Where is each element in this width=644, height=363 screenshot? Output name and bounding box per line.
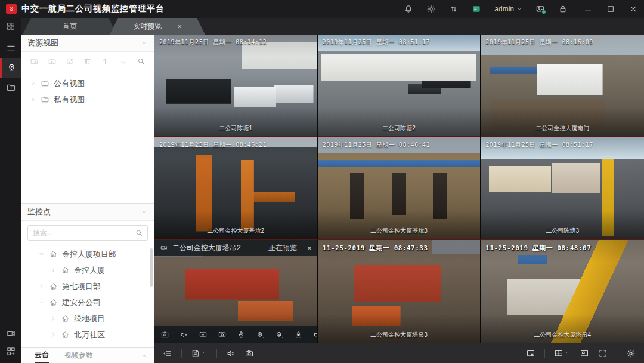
- chevron-right-icon[interactable]: [50, 267, 57, 273]
- bottom-toolbar-right: [526, 349, 636, 358]
- video-cell-8[interactable]: 11-25-2019 星期一 08:47:33 二公司金控大厦塔吊3: [318, 240, 481, 343]
- chevron-down-icon[interactable]: [38, 299, 45, 306]
- alarm-bell-icon[interactable]: [404, 4, 413, 14]
- add-layout-grid-icon[interactable]: [0, 343, 21, 363]
- tab-bar: 首页 实时预览 ×: [0, 18, 644, 35]
- home-icon: [61, 314, 70, 323]
- settings-gear-icon[interactable]: [626, 349, 636, 358]
- video-cell-3[interactable]: 2019年11月25日 星期一 08:16:09 二公司金控大厦南门: [481, 35, 644, 137]
- add-folder-icon[interactable]: [30, 57, 39, 66]
- tree-scrollbar[interactable]: [150, 248, 153, 287]
- camera-icon: [160, 244, 168, 252]
- save-icon: [191, 349, 200, 358]
- mute-all-icon[interactable]: [226, 349, 236, 358]
- chevron-right-icon[interactable]: [38, 283, 45, 290]
- delete-trash-icon[interactable]: [83, 57, 92, 66]
- ptz-setting-icon[interactable]: [313, 330, 318, 339]
- snapshot-camera-icon[interactable]: [160, 330, 169, 339]
- video-frame: [481, 240, 644, 343]
- resource-view-header[interactable]: 资源视图: [21, 35, 154, 52]
- minimize-window-icon[interactable]: [583, 4, 593, 14]
- tree-item-jinkong-project[interactable]: 金控大厦项目部: [21, 246, 154, 262]
- digital-zoom-icon[interactable]: [256, 330, 265, 339]
- chevron-right-icon[interactable]: [50, 331, 57, 338]
- tree-item-public-views[interactable]: 公有视图: [21, 75, 154, 91]
- tree-item-beiwan-community[interactable]: 北万社区: [21, 327, 154, 343]
- close-preview-icon[interactable]: ×: [307, 244, 312, 252]
- move-down-icon[interactable]: [119, 57, 128, 66]
- apps-grid-icon[interactable]: [0, 18, 21, 35]
- video-cell-5[interactable]: 2019年11月25日 星期一 08:46:41 二公司金控大厦基坑3: [318, 137, 481, 240]
- chevron-down-icon: [516, 6, 522, 12]
- tree-item-greenland-project[interactable]: 绿地项目: [21, 310, 154, 327]
- stream-sort-arrows-icon[interactable]: [449, 4, 459, 14]
- stream-list-collapse-icon[interactable]: [163, 349, 172, 358]
- close-window-icon[interactable]: [628, 4, 638, 14]
- tab-ptz[interactable]: 云台: [35, 348, 49, 363]
- tree-item-label: 金控大厦项目部: [62, 249, 116, 260]
- video-timestamp: 2019年11月25日 星期一 08:51:17: [323, 38, 430, 47]
- video-wall-icon[interactable]: [0, 324, 21, 343]
- edit-icon[interactable]: [66, 57, 75, 66]
- instant-replay-icon[interactable]: [218, 330, 227, 339]
- app-window: 中交一航局二公司视频监控管理平台 admin: [0, 0, 644, 363]
- chevron-down-icon[interactable]: [38, 251, 45, 257]
- talk-microphone-icon[interactable]: [237, 330, 246, 339]
- video-cell-6[interactable]: 2019年11月25日 星期一 08:51:17 二公司陈塘3: [481, 137, 644, 240]
- user-menu[interactable]: admin: [494, 5, 522, 13]
- layout-select-button[interactable]: [554, 349, 571, 358]
- chevron-up-icon[interactable]: [141, 352, 148, 359]
- add-subfolder-icon[interactable]: [48, 57, 57, 66]
- tab-live-preview[interactable]: 实时预览 ×: [110, 18, 205, 35]
- camera-name-label: 二公司金控大厦塔吊3: [318, 331, 481, 339]
- fullscreen-icon[interactable]: [598, 349, 608, 358]
- lock-screen-icon[interactable]: [558, 4, 568, 14]
- left-icon-rail: [0, 35, 21, 363]
- chevron-down-icon: [565, 350, 571, 356]
- tree-item-tianjin-chentang[interactable]: 天津陈塘项目部: [21, 343, 154, 347]
- close-all-views-icon[interactable]: [526, 349, 535, 358]
- settings-gear-icon[interactable]: [426, 4, 436, 14]
- snapshot-preview-icon[interactable]: [535, 4, 545, 14]
- tree-item-jinkong-tower[interactable]: 金控大厦: [21, 262, 154, 278]
- chevron-right-icon[interactable]: [30, 80, 36, 87]
- audio-mute-icon[interactable]: [179, 330, 188, 339]
- tab-video-params[interactable]: 视频参数: [64, 348, 93, 363]
- tree-item-jianan-branch[interactable]: 建安分公司: [21, 294, 154, 310]
- video-cell-7-selected[interactable]: 二公司金控大厦塔吊2 正在预览 × 3D: [154, 240, 318, 343]
- home-icon: [61, 330, 70, 339]
- snapshot-all-icon[interactable]: [244, 349, 254, 358]
- move-up-icon[interactable]: [101, 57, 110, 66]
- zoom-3d-icon[interactable]: 3D: [275, 330, 284, 339]
- search-icon[interactable]: [135, 229, 143, 237]
- monitor-points-title: 监控点: [27, 207, 51, 217]
- app-logo-icon: [6, 4, 17, 14]
- tree-item-private-views[interactable]: 私有视图: [21, 91, 154, 107]
- search-icon[interactable]: [137, 57, 145, 66]
- tree-item-seventh-project[interactable]: 第七项目部: [21, 278, 154, 294]
- tree-item-label: 天津陈塘项目部: [62, 346, 116, 348]
- video-cell-4[interactable]: 2019年11月25日 星期一 08:46:21 二公司金控大厦基坑2: [154, 137, 318, 240]
- cell-camera-title: 二公司金控大厦塔吊2: [172, 243, 241, 253]
- media-folder-icon[interactable]: [0, 78, 21, 97]
- chevron-right-icon[interactable]: [50, 315, 57, 322]
- close-tab-icon[interactable]: ×: [177, 23, 182, 30]
- tab-home[interactable]: 首页: [23, 18, 117, 35]
- menu-list-icon[interactable]: [0, 38, 21, 58]
- search-input[interactable]: [27, 225, 148, 241]
- single-screen-icon[interactable]: [580, 349, 589, 358]
- video-cell-9[interactable]: 11-25-2019 星期一 08:48:07 二公司金控大厦塔吊4: [481, 240, 644, 343]
- chevron-right-icon[interactable]: [30, 96, 36, 103]
- toolbar-divider: [617, 349, 617, 358]
- green-app-badge-icon[interactable]: [472, 4, 481, 14]
- record-video-icon[interactable]: [199, 330, 208, 339]
- maximize-window-icon[interactable]: [606, 4, 615, 14]
- video-cell-1[interactable]: 2019年11月25日 星期一 08:14:12 二公司陈塘1: [154, 35, 318, 137]
- monitor-points-header[interactable]: 监控点: [21, 203, 154, 221]
- preset-person-icon[interactable]: [294, 330, 303, 339]
- chevron-down-icon: [141, 208, 148, 216]
- live-camera-icon[interactable]: [0, 58, 21, 78]
- video-cell-2[interactable]: 2019年11月25日 星期一 08:51:17 二公司陈塘2: [318, 35, 481, 137]
- save-view-button[interactable]: [191, 349, 208, 358]
- resource-view-toolbar: [21, 52, 154, 70]
